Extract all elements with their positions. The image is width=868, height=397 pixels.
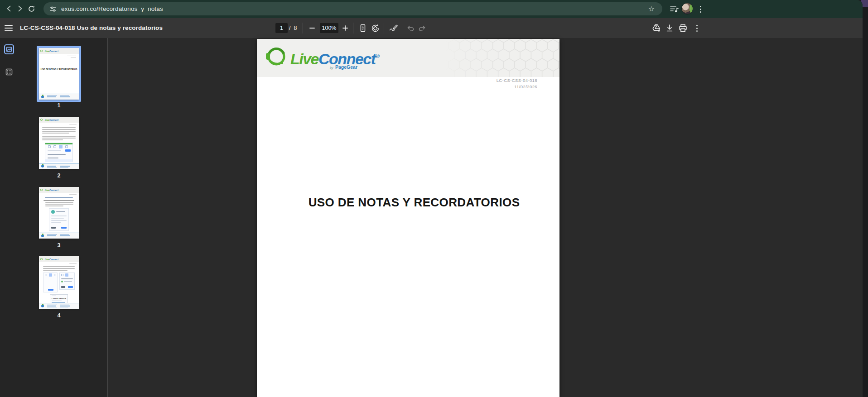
thumbnail-sidebar: LiveConnect USO DE NOTAS Y RECORDATORIOS… (0, 38, 108, 397)
browser-topbar: exus.com.co/Recordatorios_y_notas ☆ (0, 0, 863, 18)
pdf-toolbar: LC-CS-CSS-04-018 Uso de notas y recordat… (0, 18, 863, 38)
pdf-more-kebab-icon[interactable] (694, 23, 700, 33)
annotate-pen-icon[interactable] (388, 23, 398, 33)
thumbnail-label-1: 1 (39, 102, 79, 109)
rotate-button[interactable] (370, 23, 380, 33)
headset-logo-icon (263, 42, 289, 70)
page-number-input[interactable]: 1 (275, 23, 288, 33)
document-meta: LC-CS-CSS-04-018 11/02/2026 (497, 77, 537, 90)
url-text[interactable]: exus.com.co/Recordatorios_y_notas (61, 5, 163, 12)
hexagon-pattern (446, 39, 559, 77)
url-bar[interactable]: exus.com.co/Recordatorios_y_notas ☆ (43, 2, 662, 15)
zoom-out-button[interactable] (307, 23, 317, 33)
print-icon[interactable] (678, 23, 688, 33)
thumbnail-page-3[interactable]: LiveConnect (39, 187, 79, 239)
media-controls-icon[interactable] (669, 4, 679, 14)
browser-window: exus.com.co/Recordatorios_y_notas ☆ LC-C… (0, 0, 863, 397)
document-date: 11/02/2026 (497, 84, 537, 90)
logo-byline: by PageGear (317, 64, 357, 70)
browser-menu-kebab-icon[interactable] (697, 4, 704, 14)
zoom-in-button[interactable] (340, 23, 350, 33)
pdf-menu-icon[interactable] (5, 24, 13, 32)
thumbnail-label-2: 2 (39, 172, 79, 179)
fit-page-button[interactable] (358, 23, 368, 33)
thumbnail-label-4: 4 (39, 312, 79, 319)
thumbnails-view-icon[interactable] (4, 44, 14, 54)
document-page-1: LiveConnect® by PageGear LC-CS-CSS-04-01… (257, 39, 559, 397)
pdf-viewer: LiveConnect USO DE NOTAS Y RECORDATORIOS… (0, 38, 863, 397)
document-main-title: USO DE NOTAS Y RECORDATORIOS (257, 196, 559, 210)
background-window-edge (863, 7, 868, 397)
thumbnail-page-1[interactable]: LiveConnect USO DE NOTAS Y RECORDATORIOS (39, 48, 79, 100)
thumb4-card-name: Cristian Valencia (52, 297, 66, 300)
document-code: LC-CS-CSS-04-018 (497, 77, 537, 84)
document-title: LC-CS-CSS-04-018 Uso de notas y recordat… (20, 18, 163, 38)
bookmark-star-icon[interactable]: ☆ (647, 5, 656, 14)
back-button[interactable] (4, 3, 14, 14)
zoom-level[interactable]: 100% (320, 23, 338, 33)
thumbnail-page-4[interactable]: LiveConnect (39, 256, 79, 309)
save-to-drive-icon[interactable] (651, 23, 661, 33)
profile-avatar[interactable] (681, 3, 693, 14)
download-icon[interactable] (665, 23, 675, 33)
redo-button[interactable] (417, 23, 427, 33)
document-outline-icon[interactable] (5, 68, 13, 76)
thumb1-mini-title: USO DE NOTAS Y RECORDATORIOS (41, 68, 77, 71)
thumbnail-label-3: 3 (39, 242, 79, 249)
page-header-band: LiveConnect® by PageGear (257, 39, 559, 77)
undo-button[interactable] (405, 23, 415, 33)
site-settings-icon[interactable] (49, 5, 57, 13)
reload-button[interactable] (26, 3, 37, 14)
document-area: LiveConnect® by PageGear LC-CS-CSS-04-01… (108, 38, 863, 397)
page-count: / 8 (289, 23, 297, 33)
forward-button[interactable] (14, 3, 25, 14)
thumbnail-page-2[interactable]: LiveConnect (39, 117, 79, 169)
